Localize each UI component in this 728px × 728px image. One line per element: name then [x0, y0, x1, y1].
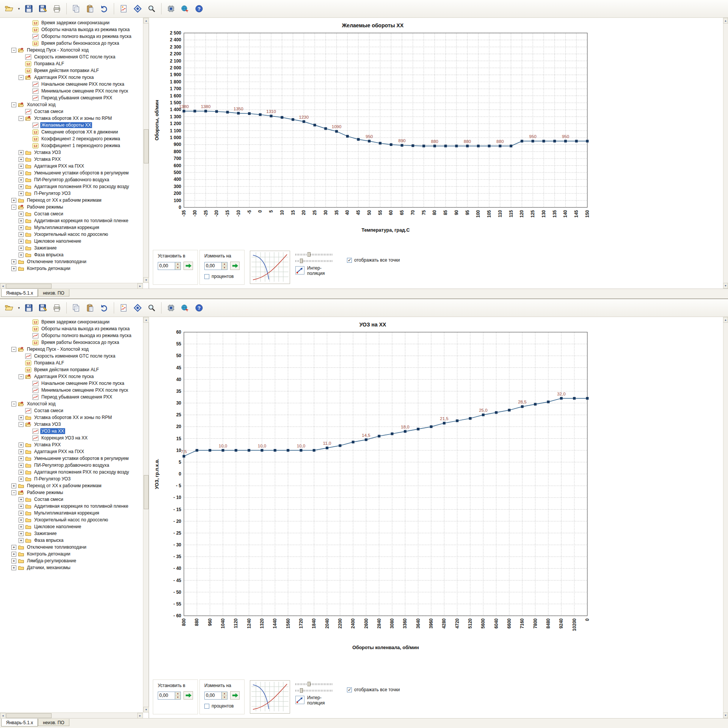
connect-button[interactable] — [164, 301, 178, 315]
interpolation-slider-bottom[interactable] — [295, 259, 333, 263]
chart-plot[interactable]: 2 5002 4002 3002 2002 1002 0001 9001 800… — [153, 30, 593, 235]
tree-item[interactable]: Желаемые обороты ХХ — [0, 122, 143, 129]
expand-toggle[interactable]: − — [19, 374, 24, 379]
tab-january-51x[interactable]: Январь-5.1.x — [1, 719, 38, 726]
tree-item-label[interactable]: Мультипликативная коррекция — [33, 224, 100, 231]
tree-item[interactable]: Состав смеси — [0, 108, 143, 115]
tree-horizontal-scrollbar[interactable]: ◄ ► — [0, 712, 143, 718]
scroll-up-button[interactable]: ▲ — [723, 18, 728, 24]
tree-item-label[interactable]: Адаптация положения РХХ по расходу возду — [33, 184, 130, 190]
scroll-left-button[interactable]: ◄ — [0, 713, 6, 719]
copy-button[interactable] — [69, 2, 83, 16]
expand-toggle[interactable]: + — [19, 191, 24, 196]
expand-toggle[interactable]: + — [19, 442, 24, 447]
tree-item[interactable]: 12Время действия поправки ALF — [0, 67, 143, 74]
scrollbar-thumb[interactable] — [144, 475, 149, 509]
tree-item[interactable]: +Ускорительный насос по дросселю — [0, 231, 143, 238]
expand-toggle[interactable]: + — [19, 232, 24, 237]
tree-item-label[interactable]: Время действия поправки ALF — [33, 67, 100, 74]
tree-item-label[interactable]: Состав смеси — [33, 496, 64, 502]
tree-item-label[interactable]: Холостой ход — [26, 401, 56, 407]
compare-button[interactable] — [131, 301, 144, 315]
tree-item-label[interactable]: Аддитивная коррекция по топливной пленке — [33, 218, 129, 224]
interpolation-preview-button[interactable] — [250, 680, 290, 714]
open-recent-dropdown-button[interactable]: ▼ — [16, 301, 22, 315]
tree-item[interactable]: +П-Регулятор УОЗ — [0, 190, 143, 197]
tree-item[interactable]: +Уменьшение уставки оборотов в регулируе… — [0, 455, 143, 462]
tree-item-label[interactable]: П-Регулятор УОЗ — [33, 190, 72, 196]
tree-item-label[interactable]: Обороты полного выхода из режима пуска — [40, 33, 132, 39]
tree-item[interactable]: +Уставка РХХ — [0, 441, 143, 448]
show-all-points-checkbox-box[interactable] — [347, 258, 352, 263]
tree-item-label[interactable]: Начальное смещение РХХ после пуска — [40, 380, 126, 386]
expand-toggle[interactable]: + — [19, 463, 24, 468]
tree-item[interactable]: +Состав смеси — [0, 496, 143, 503]
interpolation-icon[interactable] — [295, 696, 304, 706]
tree-item[interactable]: +Фаза впрыска — [0, 251, 143, 258]
tree-item-label[interactable]: Уменьшение уставки оборотов в регулируем — [33, 170, 130, 176]
scroll-left-button[interactable]: ◄ — [0, 283, 6, 289]
tree-item-label[interactable]: Время работы бензонасоса до пуска — [40, 339, 120, 345]
tree-item[interactable]: Период убывания смещения РХХ — [0, 394, 143, 400]
expand-toggle[interactable]: − — [11, 48, 16, 53]
tree-item[interactable]: 12Обороты начала выхода из режима пуска — [0, 26, 143, 33]
copy-button[interactable] — [69, 301, 83, 315]
undo-button[interactable] — [97, 301, 111, 315]
scroll-up-button[interactable]: ▲ — [143, 317, 149, 323]
tree-item-label[interactable]: Контроль детонации — [26, 551, 71, 557]
slider-thumb[interactable] — [300, 688, 303, 693]
scroll-right-button[interactable]: ► — [137, 283, 143, 289]
tree-vertical-scrollbar[interactable]: ▲ ▼ — [143, 18, 149, 283]
tree-item-label[interactable]: Состав смеси — [33, 108, 64, 115]
tree-item[interactable]: 12Время действия поправки ALF — [0, 366, 143, 373]
tree-item[interactable]: Минимальное смещение РХХ после пуск — [0, 387, 143, 394]
tree-item-label[interactable]: Время задержки синхронизации — [40, 319, 111, 325]
tree-item[interactable]: −Холостой ход — [0, 400, 143, 407]
expand-toggle[interactable]: − — [19, 422, 24, 427]
expand-toggle[interactable]: − — [11, 102, 16, 107]
tree-item-label[interactable]: Зажигание — [33, 530, 58, 537]
tree-item[interactable]: 12Время работы бензонасоса до пуска — [0, 339, 143, 346]
report-button[interactable] — [117, 301, 130, 315]
tree-item[interactable]: −Адаптация РХХ после пуска — [0, 373, 143, 380]
tree-item-label[interactable]: Рабочие режимы — [26, 204, 64, 210]
tab-unknown-software[interactable]: неизв. ПО — [38, 719, 69, 726]
open-file-button[interactable] — [2, 2, 16, 16]
expand-toggle[interactable]: + — [19, 246, 24, 251]
tree-item-label[interactable]: Аддитивная коррекция по топливной пленке — [33, 503, 129, 509]
tree-item[interactable]: +Состав смеси — [0, 210, 143, 217]
undo-button[interactable] — [97, 2, 111, 16]
scroll-down-button[interactable]: ▼ — [723, 712, 728, 718]
tree-item[interactable]: +П-Регулятор УОЗ — [0, 475, 143, 482]
tree-horizontal-scrollbar[interactable]: ◄ ► — [0, 283, 143, 289]
tree-item-label[interactable]: Лямбда-регулирование — [26, 558, 77, 564]
tree-item[interactable]: Минимальное смещение РХХ после пуск — [0, 88, 143, 94]
change-by-input[interactable] — [205, 262, 221, 270]
save-button[interactable] — [22, 2, 36, 16]
expand-toggle[interactable]: + — [19, 253, 24, 257]
tree-item-label[interactable]: Контроль детонации — [26, 265, 71, 271]
show-all-points-checkbox-box[interactable] — [347, 687, 352, 692]
percent-checkbox[interactable]: процентов — [204, 274, 240, 279]
scrollbar-thumb[interactable] — [6, 713, 52, 718]
tree-item-label[interactable]: Переход Пуск - Холостой ход — [26, 47, 90, 53]
tree-item[interactable]: −Рабочие режимы — [0, 489, 143, 496]
tree-item[interactable]: +Уменьшение уставки оборотов в регулируе… — [0, 169, 143, 176]
tree-vertical-scrollbar[interactable]: ▲ ▼ — [143, 317, 149, 712]
tree-item-label[interactable]: Поправка ALF — [33, 360, 65, 366]
save-as-button[interactable] — [36, 301, 50, 315]
tree-item-label[interactable]: Фаза впрыска — [33, 252, 65, 258]
tree-item-label[interactable]: Отключение топливоподачи — [26, 259, 88, 265]
tree-item-label[interactable]: Минимальное смещение РХХ после пуск — [40, 88, 129, 94]
interpolation-slider-top[interactable] — [295, 252, 333, 257]
set-value-spinner[interactable]: ▲▼ — [175, 262, 180, 270]
expand-toggle[interactable]: + — [11, 559, 16, 563]
tree-item-label[interactable]: Уставка оборотов ХХ и зоны по RPM — [33, 115, 113, 121]
tree-item-label[interactable]: Желаемые обороты ХХ — [40, 122, 92, 128]
tree-item[interactable]: −Уставка УОЗ — [0, 421, 143, 428]
percent-checkbox[interactable]: процентов — [204, 703, 240, 709]
tree-item[interactable]: −Уставка оборотов ХХ и зоны по RPM — [0, 115, 143, 122]
set-value-input[interactable] — [158, 262, 175, 270]
expand-toggle[interactable]: + — [11, 565, 16, 570]
scroll-down-button[interactable]: ▼ — [143, 277, 149, 283]
